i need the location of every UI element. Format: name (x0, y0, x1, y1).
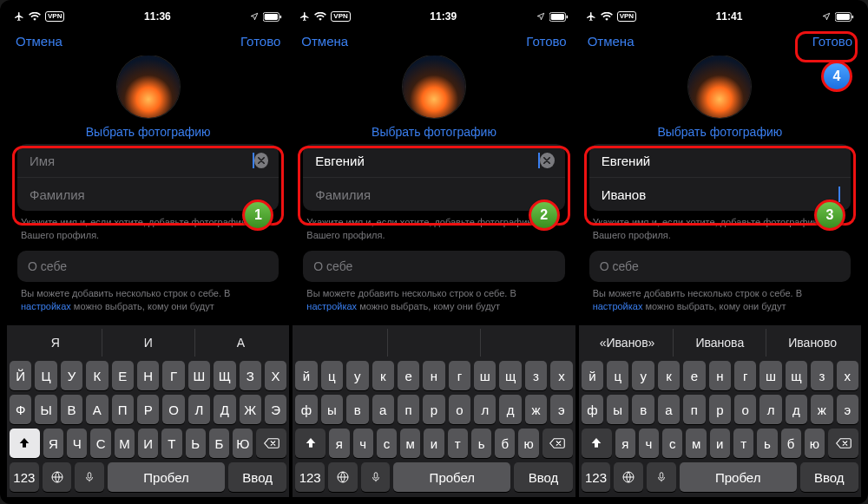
shift-key[interactable] (295, 429, 326, 458)
key[interactable]: Ч (353, 429, 373, 458)
key[interactable]: Р (709, 395, 731, 424)
key[interactable]: Й (295, 361, 317, 390)
key[interactable]: Й (10, 361, 31, 390)
about-field[interactable]: О себе (589, 251, 851, 282)
key[interactable]: Т (733, 429, 753, 458)
key[interactable]: Х (837, 361, 858, 390)
suggestion[interactable]: И (102, 329, 195, 357)
choose-photo-link[interactable]: Выбрать фотографию (303, 125, 564, 139)
numbers-key[interactable]: 123 (582, 462, 611, 492)
key[interactable]: С (662, 429, 682, 458)
about-field[interactable]: О себе (303, 251, 564, 282)
done-button[interactable]: Готово (526, 34, 566, 49)
suggestion[interactable]: Иванова (674, 329, 766, 357)
key[interactable]: Р (423, 395, 444, 424)
key[interactable]: Ю (518, 429, 538, 458)
key[interactable]: Н (137, 361, 159, 390)
key[interactable]: В (346, 395, 368, 424)
key[interactable]: Е (112, 361, 134, 390)
key[interactable]: Ю (233, 429, 253, 458)
key[interactable]: Л (188, 395, 210, 424)
key[interactable]: П (398, 395, 419, 424)
numbers-key[interactable]: 123 (10, 462, 39, 492)
settings-link[interactable]: настройках (21, 301, 71, 311)
key[interactable]: Щ (786, 361, 807, 390)
key[interactable]: С (377, 429, 397, 458)
globe-key[interactable] (328, 462, 358, 492)
key[interactable]: З (811, 361, 832, 390)
key[interactable]: А (86, 395, 108, 424)
key[interactable]: Г (162, 361, 184, 390)
numbers-key[interactable]: 123 (295, 462, 325, 492)
key[interactable]: Я (43, 429, 63, 458)
first-name-input[interactable] (28, 153, 252, 169)
key[interactable]: Ж (811, 395, 832, 424)
key[interactable]: О (734, 395, 756, 424)
cancel-button[interactable]: Отмена (588, 34, 635, 49)
key[interactable]: Я (329, 429, 349, 458)
avatar[interactable] (688, 56, 751, 118)
suggestion[interactable]: Я (10, 329, 102, 357)
key[interactable]: У (61, 361, 82, 390)
key[interactable]: Ш (188, 361, 210, 390)
key[interactable]: П (112, 395, 134, 424)
key[interactable]: Ц (35, 361, 56, 390)
key[interactable]: В (61, 395, 82, 424)
suggestion[interactable]: А (195, 329, 287, 357)
backspace-key[interactable] (256, 429, 286, 458)
key[interactable]: Ь (186, 429, 206, 458)
key[interactable]: Я (615, 429, 635, 458)
key[interactable]: У (632, 361, 654, 390)
key[interactable]: И (138, 429, 158, 458)
suggestion[interactable]: Иванов (582, 329, 674, 357)
key[interactable]: К (86, 361, 108, 390)
key[interactable]: Ю (805, 429, 825, 458)
key[interactable]: Е (683, 361, 705, 390)
key[interactable]: Х (550, 361, 572, 390)
key[interactable]: Ф (295, 395, 317, 424)
key[interactable]: О (449, 395, 470, 424)
key[interactable]: О (162, 395, 184, 424)
backspace-key[interactable] (828, 429, 858, 458)
cancel-button[interactable]: Отмена (16, 34, 62, 49)
key[interactable]: Щ (499, 361, 521, 390)
avatar[interactable] (117, 56, 180, 118)
key[interactable]: А (372, 395, 394, 424)
key[interactable]: Э (265, 395, 286, 424)
key[interactable]: Э (837, 395, 858, 424)
last-name-input[interactable] (313, 187, 554, 203)
key[interactable]: Ы (321, 395, 343, 424)
key[interactable]: Ч (639, 429, 659, 458)
key[interactable]: Ж (525, 395, 547, 424)
globe-key[interactable] (43, 462, 72, 492)
key[interactable]: Р (137, 395, 159, 424)
choose-photo-link[interactable]: Выбрать фотографию (17, 125, 279, 139)
shift-key[interactable] (10, 429, 40, 458)
key[interactable]: З (525, 361, 547, 390)
key[interactable]: С (90, 429, 110, 458)
backspace-key[interactable] (542, 429, 573, 458)
key[interactable]: Б (781, 429, 801, 458)
mic-key[interactable] (75, 462, 104, 492)
key[interactable]: Ф (582, 395, 603, 424)
cancel-button[interactable]: Отмена (301, 34, 348, 49)
suggestion[interactable] (388, 329, 481, 357)
key[interactable]: А (658, 395, 680, 424)
key[interactable]: К (372, 361, 394, 390)
clear-icon[interactable] (540, 153, 554, 168)
avatar[interactable] (403, 56, 465, 118)
space-key[interactable]: Пробел (680, 462, 797, 492)
key[interactable]: Д (786, 395, 807, 424)
key[interactable]: Ж (240, 395, 261, 424)
settings-link[interactable]: настройках (306, 301, 357, 311)
key[interactable]: Ь (471, 429, 491, 458)
choose-photo-link[interactable]: Выбрать фотографию (589, 125, 851, 139)
last-name-input[interactable] (600, 187, 838, 203)
key[interactable]: Б (209, 429, 229, 458)
key[interactable]: Ы (607, 395, 628, 424)
clear-icon[interactable] (254, 153, 268, 168)
key[interactable]: Щ (214, 361, 235, 390)
key[interactable]: И (710, 429, 730, 458)
key[interactable]: Д (214, 395, 235, 424)
key[interactable]: Н (709, 361, 731, 390)
